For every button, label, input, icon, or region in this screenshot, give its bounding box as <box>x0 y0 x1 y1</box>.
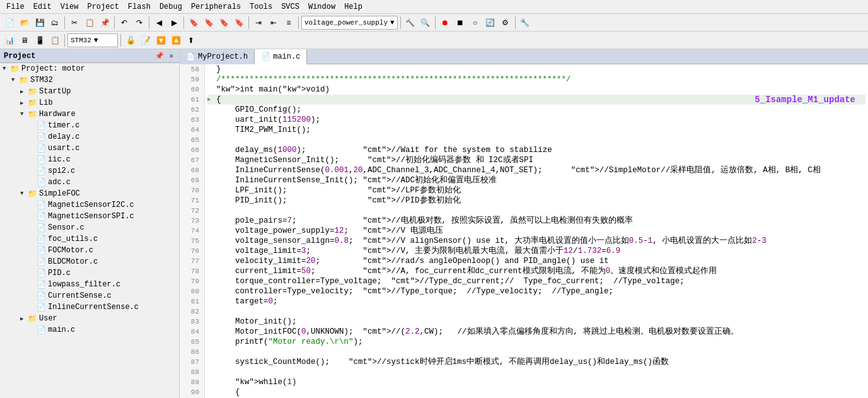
code-line[interactable]: InlineCurrentSense(0.001,20,ADC_Channel_… <box>207 165 865 175</box>
sidebar-tree-item[interactable]: ▼📁STM32 <box>0 74 179 86</box>
sidebar-tree-item[interactable]: 📄main.c <box>0 324 179 336</box>
code-line[interactable]: /***************************************… <box>207 74 865 85</box>
open-button[interactable]: 📂 <box>18 16 32 30</box>
tb2-btn9[interactable]: ⬆ <box>184 33 198 47</box>
nav-back-button[interactable]: ◀ <box>152 16 166 30</box>
menu-debug[interactable]: Debug <box>156 1 186 13</box>
sidebar-tree-item[interactable]: ▼📁SimpleFOC <box>0 188 179 199</box>
options-button[interactable]: ⚙ <box>499 16 512 30</box>
nav-fwd-button[interactable]: ▶ <box>167 16 181 30</box>
format-button[interactable]: ≡ <box>282 16 296 30</box>
bookmark3-button[interactable]: 🔖 <box>217 16 231 30</box>
sidebar-tree-item[interactable]: 📄usart.c <box>0 143 179 154</box>
code-line[interactable]: voltage_sensor_align=0.8; "cmt">//V alig… <box>207 236 865 246</box>
code-line[interactable]: InlineCurrentSense_Init(); "cmt">//ADC初始… <box>207 175 865 185</box>
menu-peripherals[interactable]: Peripherals <box>187 1 245 13</box>
config-button[interactable]: 🔧 <box>518 16 532 30</box>
copy-button[interactable]: 📋 <box>83 16 96 30</box>
code-line[interactable]: ▶{5_Isample_M1_update <box>207 95 865 105</box>
sidebar-tree-item[interactable]: ▼📁Project: motor <box>0 63 179 74</box>
expand-icon[interactable]: ▼ <box>20 111 28 117</box>
code-line[interactable] <box>207 206 865 216</box>
menu-project[interactable]: Project <box>83 1 122 13</box>
code-line[interactable]: } <box>207 64 865 74</box>
code-line[interactable]: uart_init(115200); <box>207 115 865 125</box>
unindent-button[interactable]: ⇤ <box>267 16 281 30</box>
sidebar-tree-item[interactable]: 📄Sensor.c <box>0 222 179 233</box>
expand-icon[interactable]: ▼ <box>20 190 28 197</box>
expand-icon[interactable]: ▼ <box>11 77 19 83</box>
sidebar-tree-item[interactable]: ▼📁Hardware <box>0 108 179 120</box>
save-all-button[interactable]: 🗂 <box>48 16 62 30</box>
sidebar-tree-item[interactable]: 📄lowpass_filter.c <box>0 279 179 290</box>
sidebar-tree-item[interactable]: ▶📁Lib <box>0 97 179 108</box>
sidebar-tree-item[interactable]: 📄BLDCMotor.c <box>0 256 179 267</box>
target-dropdown[interactable]: voltage_power_supply ▼ <box>301 16 398 30</box>
undo-button[interactable]: ↶ <box>117 16 131 30</box>
code-line[interactable] <box>207 347 865 357</box>
stepover-button[interactable]: 🔄 <box>483 16 497 30</box>
tb2-btn4[interactable]: 📋 <box>48 33 62 47</box>
code-line[interactable]: torque_controller=Type_voltage; "cmt">//… <box>207 276 865 286</box>
code-line[interactable]: TIM2_PWM_Init(); <box>207 125 865 135</box>
menu-view[interactable]: View <box>57 1 83 13</box>
sidebar-pin-button[interactable]: 📌 <box>153 52 166 60</box>
code-line[interactable]: target=0; <box>207 296 865 307</box>
code-line[interactable]: voltage_limit=3; "cmt">//V, 主要为限制电机最大电流,… <box>207 246 865 256</box>
code-line[interactable]: GPIO_Config(); <box>207 105 865 115</box>
stop-button[interactable]: ⏹ <box>453 16 467 30</box>
sidebar-tree-item[interactable]: 📄CurrentSense.c <box>0 290 179 301</box>
code-line[interactable]: Motor_init(); <box>207 317 865 327</box>
bookmark4-button[interactable]: 🔖 <box>232 16 246 30</box>
sidebar-tree-item[interactable]: 📄InlineCurrentSense.c <box>0 301 179 313</box>
cut-button[interactable]: ✂ <box>67 16 81 30</box>
search-button[interactable]: 🔍 <box>419 16 432 30</box>
tb2-btn2[interactable]: 🖥 <box>18 33 32 47</box>
code-line[interactable]: current_limit=50; "cmt">//A, foc_current… <box>207 266 865 276</box>
code-line[interactable]: "kw">while(1) <box>207 377 865 387</box>
tb2-btn7[interactable]: 🔽 <box>154 33 168 47</box>
menu-edit[interactable]: Edit <box>30 1 55 13</box>
save-button[interactable]: 💾 <box>33 16 47 30</box>
paste-button[interactable]: 📌 <box>98 16 112 30</box>
sidebar-tree-item[interactable]: 📄timer.c <box>0 120 179 131</box>
sidebar-tree-item[interactable]: 📄MagneticSensorI2C.c <box>0 199 179 211</box>
sidebar-tree-item[interactable]: 📄adc.c <box>0 177 179 188</box>
sidebar-tree-item[interactable]: ▶📁User <box>0 313 179 324</box>
step-button[interactable]: ○ <box>468 16 482 30</box>
sidebar-tree-item[interactable]: 📄MagneticSensorSPI.c <box>0 211 179 222</box>
expand-icon[interactable]: ▼ <box>3 66 10 72</box>
sidebar-tree-item[interactable]: 📄spi2.c <box>0 165 179 177</box>
tb2-btn5[interactable]: 🔓 <box>124 33 137 47</box>
redo-button[interactable]: ↷ <box>132 16 146 30</box>
run-button[interactable]: ⏺ <box>438 16 452 30</box>
code-line[interactable] <box>207 307 865 317</box>
tb2-btn8[interactable]: 🔼 <box>169 33 183 47</box>
expand-icon[interactable]: ▶ <box>20 315 28 322</box>
code-line[interactable]: controller=Type_velocity; "cmt">//Type_t… <box>207 286 865 296</box>
code-line[interactable]: PID_init(); "cmt">//PID参数初始化 <box>207 196 865 206</box>
tab-main[interactable]: 📄 main.c <box>255 49 307 64</box>
tb2-btn1[interactable]: 📊 <box>3 33 16 47</box>
code-line[interactable]: pole_pairs=7; "cmt">//电机极对数, 按照实际设置, 虽然可… <box>207 216 865 226</box>
code-line[interactable]: velocity_limit=20; "cmt">//rad/s angleOp… <box>207 256 865 266</box>
sidebar-tree-item[interactable]: 📄delay.c <box>0 131 179 143</box>
bookmark2-button[interactable]: 🔖 <box>202 16 216 30</box>
code-line[interactable] <box>207 135 865 145</box>
code-line[interactable] <box>207 367 865 377</box>
menu-help[interactable]: Help <box>340 1 366 13</box>
code-line[interactable]: { <box>207 387 865 397</box>
menu-flash[interactable]: Flash <box>124 1 154 13</box>
code-content[interactable]: }/**************************************… <box>205 64 868 398</box>
menu-tools[interactable]: Tools <box>246 1 276 13</box>
indent-button[interactable]: ⇥ <box>252 16 265 30</box>
tb2-btn6[interactable]: 📝 <box>139 33 153 47</box>
code-line[interactable]: systick_CountMode(); "cmt">//systick时钟开启… <box>207 357 865 367</box>
bookmark-button[interactable]: 🔖 <box>187 16 200 30</box>
sidebar-tree-item[interactable]: 📄foc_utils.c <box>0 233 179 245</box>
expand-icon[interactable]: ▶ <box>20 88 28 95</box>
code-line[interactable]: Motor_initFOC(0,UNKNOWN); "cmt">//(2.2,C… <box>207 327 865 337</box>
sidebar-tree-item[interactable]: 📄iic.c <box>0 154 179 165</box>
code-line[interactable]: voltage_power_supply=12; "cmt">//V 电源电压 <box>207 226 865 236</box>
new-button[interactable]: 📄 <box>3 16 16 30</box>
